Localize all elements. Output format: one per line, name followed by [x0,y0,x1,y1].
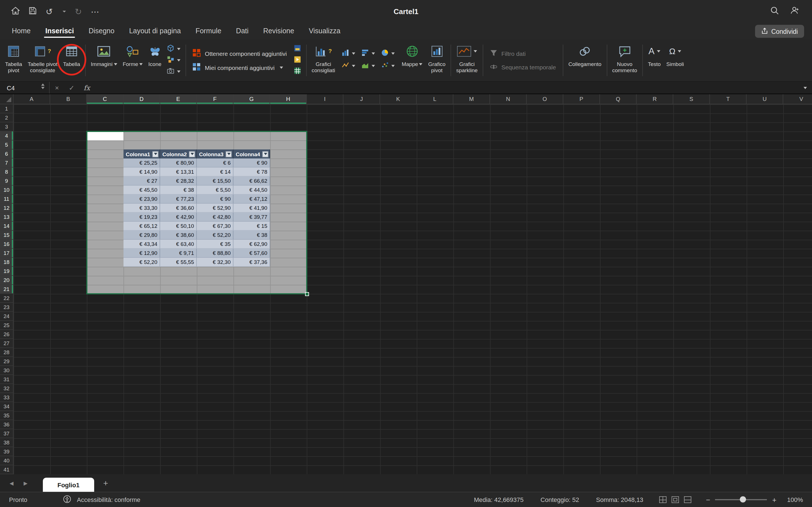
zoom-percentage[interactable]: 100% [781,496,803,503]
row-header-32[interactable]: 32 [0,384,13,393]
row-header-2[interactable]: 2 [0,113,13,122]
previous-sheet-icon[interactable]: ◀ [4,474,19,492]
smartart-button[interactable] [166,56,182,65]
sheet-tab-foglio1[interactable]: Foglio1 [43,478,94,492]
row-header-8[interactable]: 8 [0,168,13,176]
table-cell[interactable]: € 27 [123,176,160,185]
table-cell[interactable]: € 23,90 [123,194,160,204]
icons-button[interactable]: Icone [146,40,164,81]
page-layout-view-icon[interactable] [672,496,679,503]
column-header-T[interactable]: T [710,94,747,104]
column-header-S[interactable]: S [673,94,710,104]
search-icon[interactable] [770,6,779,17]
zoom-out-icon[interactable]: − [706,496,710,504]
column-header-H[interactable]: H [270,94,307,104]
column-header-B[interactable]: B [50,94,87,104]
row-header-10[interactable]: 10 [0,185,13,194]
next-sheet-icon[interactable]: ▶ [19,474,33,492]
table-cell[interactable]: € 62,90 [233,240,270,249]
area-chart-button[interactable] [361,61,376,70]
table-cell[interactable]: € 15 [233,222,270,231]
save-icon[interactable] [29,7,37,16]
active-cell-C4[interactable] [88,132,123,140]
new-comment-button[interactable]: Nuovo commento [609,40,640,81]
tab-home[interactable]: Home [4,22,38,40]
share-button[interactable]: Condividi [755,25,804,38]
table-cell[interactable]: € 35 [197,240,233,249]
scatter-chart-button[interactable] [380,61,396,70]
text-button[interactable]: A Testo [645,40,663,81]
table-cell[interactable]: € 52,20 [123,258,160,267]
row-header-4[interactable]: 4 [0,131,13,140]
pictures-button[interactable]: Immagini [88,40,120,81]
table-cell[interactable]: € 78 [233,168,270,176]
tab-dati[interactable]: Dati [229,22,256,40]
table-cell[interactable]: € 77,23 [160,194,197,204]
row-header-33[interactable]: 33 [0,393,13,402]
formula-input[interactable] [95,82,797,94]
table-cell[interactable]: € 38 [160,185,197,194]
table-cell[interactable]: € 14,90 [123,168,160,176]
filter-dropdown-button[interactable] [189,151,195,157]
table-cell[interactable]: € 52,90 [197,204,233,213]
addin-shortcut-3[interactable] [292,67,302,76]
column-header-G[interactable]: G [233,94,270,104]
row-header-40[interactable]: 40 [0,456,13,465]
line-chart-button[interactable] [341,61,357,70]
home-icon[interactable] [11,7,20,16]
column-header-C[interactable]: C [87,94,123,104]
recommended-pivots-button[interactable]: ? Tabelle pivot consigliate [25,40,60,81]
row-header-35[interactable]: 35 [0,411,13,420]
column-header-R[interactable]: R [637,94,673,104]
row-header-6[interactable]: 6 [0,150,13,159]
recommended-charts-button[interactable]: ? Grafici consigliati [309,40,338,81]
page-break-view-icon[interactable] [684,496,691,503]
row-header-12[interactable]: 12 [0,204,13,213]
table-cell[interactable]: € 90 [233,159,270,168]
sparklines-button[interactable]: Grafici sparkline [453,40,480,81]
row-header-29[interactable]: 29 [0,357,13,366]
table-cell[interactable]: € 41,90 [233,204,270,213]
column-header-M[interactable]: M [453,94,490,104]
symbols-button[interactable]: Ω Simboli [663,40,687,81]
row-header-31[interactable]: 31 [0,375,13,384]
table-cell[interactable]: € 88,80 [197,249,233,258]
table-cell[interactable]: € 52,20 [197,231,233,240]
table-cell[interactable]: € 5,50 [197,185,233,194]
table-cell[interactable]: € 36,60 [160,204,197,213]
column-header-I[interactable]: I [307,94,343,104]
filter-dropdown-button[interactable] [152,151,159,157]
row-header-27[interactable]: 27 [0,339,13,348]
table-cell[interactable]: € 13,31 [160,168,197,176]
collapse-formula-bar-icon[interactable] [797,87,812,89]
column-chart-button[interactable] [341,49,357,58]
row-header-21[interactable]: 21 [0,285,13,294]
row-header-17[interactable]: 17 [0,249,13,258]
row-header-5[interactable]: 5 [0,140,13,150]
row-header-16[interactable]: 16 [0,240,13,249]
row-header-24[interactable]: 24 [0,312,13,321]
select-all-corner[interactable] [0,94,13,104]
addin-shortcut-1[interactable] [292,45,302,54]
table-cell[interactable]: € 9,71 [160,249,197,258]
3d-models-button[interactable] [166,45,182,54]
zoom-in-icon[interactable]: + [772,496,776,504]
row-header-38[interactable]: 38 [0,438,13,447]
row-header-19[interactable]: 19 [0,267,13,276]
table-cell[interactable]: € 57,60 [233,249,270,258]
row-header-22[interactable]: 22 [0,294,13,303]
column-header-J[interactable]: J [343,94,380,104]
table-cell[interactable]: € 67,30 [197,222,233,231]
filter-dropdown-button[interactable] [262,151,269,157]
table-cell[interactable]: € 38 [233,231,270,240]
table-cell[interactable]: € 43,34 [123,240,160,249]
column-header-E[interactable]: E [160,94,197,104]
table-cell[interactable]: € 38,60 [160,231,197,240]
table-cell[interactable]: € 55,55 [160,258,197,267]
zoom-slider-knob[interactable] [740,496,746,503]
column-header-U[interactable]: U [747,94,783,104]
get-addins-button[interactable]: Ottenere componenti aggiuntivi [192,49,287,58]
enter-check-icon[interactable]: ✓ [64,84,79,92]
tab-visualizza[interactable]: Visualizza [301,22,348,40]
column-header-F[interactable]: F [197,94,233,104]
